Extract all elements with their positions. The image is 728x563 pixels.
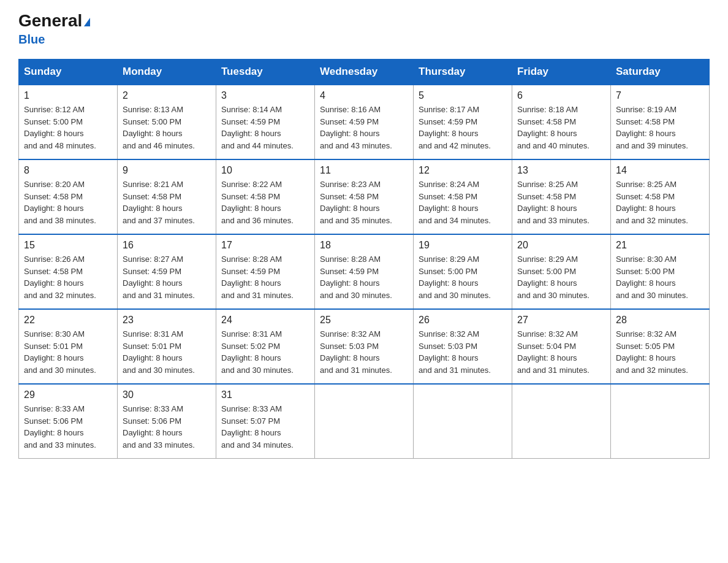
day-info: Sunrise: 8:19 AMSunset: 4:58 PMDaylight:… — [616, 104, 704, 151]
calendar-cell: 12Sunrise: 8:24 AMSunset: 4:58 PMDayligh… — [414, 159, 512, 234]
day-number: 4 — [320, 90, 408, 101]
logo-blue-text: Blue — [18, 33, 45, 46]
calendar-cell: 31Sunrise: 8:33 AMSunset: 5:07 PMDayligh… — [216, 384, 315, 459]
col-friday: Friday — [512, 59, 611, 85]
day-info: Sunrise: 8:16 AMSunset: 4:59 PMDaylight:… — [320, 104, 408, 151]
calendar-cell: 3Sunrise: 8:14 AMSunset: 4:59 PMDaylight… — [216, 85, 315, 159]
day-info: Sunrise: 8:28 AMSunset: 4:59 PMDaylight:… — [221, 253, 309, 301]
calendar-cell — [414, 384, 512, 459]
day-number: 3 — [221, 90, 309, 101]
day-info: Sunrise: 8:32 AMSunset: 5:03 PMDaylight:… — [419, 328, 507, 376]
calendar-cell — [512, 384, 611, 459]
day-number: 12 — [419, 165, 507, 176]
day-number: 31 — [221, 389, 309, 400]
col-thursday: Thursday — [414, 59, 512, 85]
day-info: Sunrise: 8:18 AMSunset: 4:58 PMDaylight:… — [517, 104, 605, 151]
day-info: Sunrise: 8:21 AMSunset: 4:58 PMDaylight:… — [123, 178, 211, 226]
day-info: Sunrise: 8:32 AMSunset: 5:03 PMDaylight:… — [320, 328, 408, 376]
day-info: Sunrise: 8:17 AMSunset: 4:59 PMDaylight:… — [419, 104, 507, 151]
calendar-cell: 23Sunrise: 8:31 AMSunset: 5:01 PMDayligh… — [118, 309, 216, 384]
header-row: Sunday Monday Tuesday Wednesday Thursday… — [19, 59, 710, 85]
day-number: 6 — [517, 90, 605, 101]
col-saturday: Saturday — [611, 59, 710, 85]
day-number: 23 — [123, 315, 211, 326]
calendar-cell: 17Sunrise: 8:28 AMSunset: 4:59 PMDayligh… — [216, 234, 315, 309]
calendar-week-row: 29Sunrise: 8:33 AMSunset: 5:06 PMDayligh… — [19, 384, 710, 459]
day-number: 19 — [419, 240, 507, 251]
day-info: Sunrise: 8:26 AMSunset: 4:58 PMDaylight:… — [24, 253, 112, 301]
day-number: 5 — [419, 90, 507, 101]
day-number: 27 — [517, 315, 605, 326]
calendar-table: Sunday Monday Tuesday Wednesday Thursday… — [18, 59, 710, 459]
calendar-cell: 24Sunrise: 8:31 AMSunset: 5:02 PMDayligh… — [216, 309, 315, 384]
day-info: Sunrise: 8:12 AMSunset: 5:00 PMDaylight:… — [24, 104, 112, 151]
logo-general-text: General — [18, 11, 82, 30]
day-number: 16 — [123, 240, 211, 251]
calendar-cell: 14Sunrise: 8:25 AMSunset: 4:58 PMDayligh… — [611, 159, 710, 234]
col-sunday: Sunday — [19, 59, 118, 85]
calendar-week-row: 8Sunrise: 8:20 AMSunset: 4:58 PMDaylight… — [19, 159, 710, 234]
calendar-cell: 6Sunrise: 8:18 AMSunset: 4:58 PMDaylight… — [512, 85, 611, 159]
day-info: Sunrise: 8:23 AMSunset: 4:58 PMDaylight:… — [320, 178, 408, 226]
day-info: Sunrise: 8:30 AMSunset: 5:00 PMDaylight:… — [616, 253, 704, 301]
day-number: 20 — [517, 240, 605, 251]
day-info: Sunrise: 8:29 AMSunset: 5:00 PMDaylight:… — [419, 253, 507, 301]
calendar-cell — [611, 384, 710, 459]
calendar-cell: 8Sunrise: 8:20 AMSunset: 4:58 PMDaylight… — [19, 159, 118, 234]
calendar-cell: 18Sunrise: 8:28 AMSunset: 4:59 PMDayligh… — [315, 234, 414, 309]
day-number: 15 — [24, 240, 112, 251]
day-info: Sunrise: 8:27 AMSunset: 4:59 PMDaylight:… — [123, 253, 211, 301]
day-info: Sunrise: 8:33 AMSunset: 5:06 PMDaylight:… — [123, 403, 211, 451]
day-number: 26 — [419, 315, 507, 326]
day-number: 1 — [24, 90, 112, 101]
day-number: 17 — [221, 240, 309, 251]
day-number: 8 — [24, 165, 112, 176]
day-number: 9 — [123, 165, 211, 176]
col-wednesday: Wednesday — [315, 59, 414, 85]
calendar-week-row: 22Sunrise: 8:30 AMSunset: 5:01 PMDayligh… — [19, 309, 710, 384]
day-number: 24 — [221, 315, 309, 326]
calendar-cell: 26Sunrise: 8:32 AMSunset: 5:03 PMDayligh… — [414, 309, 512, 384]
calendar-cell: 15Sunrise: 8:26 AMSunset: 4:58 PMDayligh… — [19, 234, 118, 309]
logo-triangle-icon — [84, 18, 90, 26]
calendar-cell: 2Sunrise: 8:13 AMSunset: 5:00 PMDaylight… — [118, 85, 216, 159]
calendar-cell: 19Sunrise: 8:29 AMSunset: 5:00 PMDayligh… — [414, 234, 512, 309]
calendar-cell: 21Sunrise: 8:30 AMSunset: 5:00 PMDayligh… — [611, 234, 710, 309]
calendar-cell: 1Sunrise: 8:12 AMSunset: 5:00 PMDaylight… — [19, 85, 118, 159]
day-number: 30 — [123, 389, 211, 400]
day-info: Sunrise: 8:31 AMSunset: 5:02 PMDaylight:… — [221, 328, 309, 376]
calendar-week-row: 15Sunrise: 8:26 AMSunset: 4:58 PMDayligh… — [19, 234, 710, 309]
calendar-cell: 29Sunrise: 8:33 AMSunset: 5:06 PMDayligh… — [19, 384, 118, 459]
day-number: 18 — [320, 240, 408, 251]
day-number: 13 — [517, 165, 605, 176]
day-number: 11 — [320, 165, 408, 176]
logo: General Blue — [18, 12, 90, 47]
calendar-cell: 22Sunrise: 8:30 AMSunset: 5:01 PMDayligh… — [19, 309, 118, 384]
calendar-cell: 4Sunrise: 8:16 AMSunset: 4:59 PMDaylight… — [315, 85, 414, 159]
calendar-cell: 25Sunrise: 8:32 AMSunset: 5:03 PMDayligh… — [315, 309, 414, 384]
day-number: 2 — [123, 90, 211, 101]
day-info: Sunrise: 8:25 AMSunset: 4:58 PMDaylight:… — [616, 178, 704, 226]
day-info: Sunrise: 8:25 AMSunset: 4:58 PMDaylight:… — [517, 178, 605, 226]
calendar-cell: 9Sunrise: 8:21 AMSunset: 4:58 PMDaylight… — [118, 159, 216, 234]
day-number: 7 — [616, 90, 704, 101]
day-info: Sunrise: 8:32 AMSunset: 5:05 PMDaylight:… — [616, 328, 704, 376]
calendar-cell: 16Sunrise: 8:27 AMSunset: 4:59 PMDayligh… — [118, 234, 216, 309]
day-number: 21 — [616, 240, 704, 251]
day-info: Sunrise: 8:28 AMSunset: 4:59 PMDaylight:… — [320, 253, 408, 301]
day-number: 25 — [320, 315, 408, 326]
calendar-cell: 5Sunrise: 8:17 AMSunset: 4:59 PMDaylight… — [414, 85, 512, 159]
calendar-cell: 20Sunrise: 8:29 AMSunset: 5:00 PMDayligh… — [512, 234, 611, 309]
day-info: Sunrise: 8:33 AMSunset: 5:06 PMDaylight:… — [24, 403, 112, 451]
calendar-cell: 10Sunrise: 8:22 AMSunset: 4:58 PMDayligh… — [216, 159, 315, 234]
day-info: Sunrise: 8:33 AMSunset: 5:07 PMDaylight:… — [221, 403, 309, 451]
day-info: Sunrise: 8:20 AMSunset: 4:58 PMDaylight:… — [24, 178, 112, 226]
calendar-cell: 28Sunrise: 8:32 AMSunset: 5:05 PMDayligh… — [611, 309, 710, 384]
day-info: Sunrise: 8:29 AMSunset: 5:00 PMDaylight:… — [517, 253, 605, 301]
col-tuesday: Tuesday — [216, 59, 315, 85]
day-number: 28 — [616, 315, 704, 326]
day-info: Sunrise: 8:31 AMSunset: 5:01 PMDaylight:… — [123, 328, 211, 376]
calendar-cell: 27Sunrise: 8:32 AMSunset: 5:04 PMDayligh… — [512, 309, 611, 384]
day-number: 10 — [221, 165, 309, 176]
day-number: 29 — [24, 389, 112, 400]
